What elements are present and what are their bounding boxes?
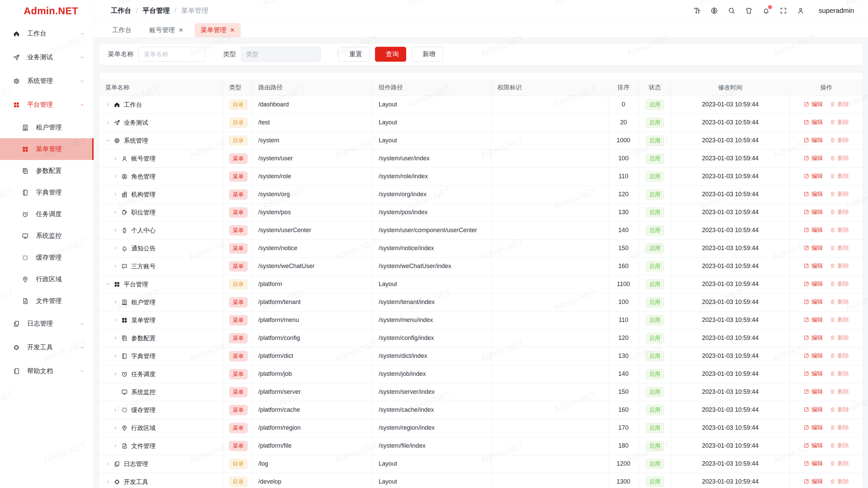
sidebar-item-business-test[interactable]: 业务测试 xyxy=(0,45,94,69)
sidebar-item-tenant-mgmt[interactable]: 租户管理 xyxy=(0,117,94,138)
edit-link[interactable]: 编辑 xyxy=(804,316,823,324)
search-button[interactable]: 查询 xyxy=(375,47,406,62)
expand-row-icon[interactable] xyxy=(105,479,111,484)
expand-row-icon[interactable] xyxy=(105,120,111,125)
sidebar-item-dev-tools[interactable]: 开发工具 xyxy=(0,336,94,359)
edit-link[interactable]: 编辑 xyxy=(804,298,823,306)
sidebar-item-menu-mgmt[interactable]: 菜单管理 xyxy=(0,138,94,160)
edit-link[interactable]: 编辑 xyxy=(804,460,823,467)
expand-row-icon[interactable] xyxy=(113,353,118,359)
sidebar-item-workbench[interactable]: 工作台 xyxy=(0,22,94,45)
type-select[interactable]: 类型 xyxy=(241,47,321,62)
edit-link[interactable]: 编辑 xyxy=(804,424,823,431)
sidebar-item-log-mgmt[interactable]: 日志管理 xyxy=(0,312,94,336)
delete-link[interactable]: 删除 xyxy=(830,226,849,234)
reset-button[interactable]: 重置 xyxy=(338,47,370,62)
close-tab-icon[interactable]: × xyxy=(179,26,183,34)
expand-row-icon[interactable] xyxy=(113,336,118,341)
delete-link[interactable]: 删除 xyxy=(830,316,849,324)
edit-link[interactable]: 编辑 xyxy=(804,388,823,395)
sidebar-item-system-monitor[interactable]: 系统监控 xyxy=(0,225,94,247)
collapse-row-icon[interactable] xyxy=(105,138,111,143)
expand-row-icon[interactable] xyxy=(113,443,118,448)
delete-link[interactable]: 删除 xyxy=(830,100,849,108)
sidebar-item-region-mgmt[interactable]: 行政区域 xyxy=(0,268,94,290)
edit-link[interactable]: 编辑 xyxy=(804,262,823,270)
expand-row-icon[interactable] xyxy=(113,246,118,251)
delete-link[interactable]: 删除 xyxy=(830,352,849,360)
edit-link[interactable]: 编辑 xyxy=(804,136,823,144)
delete-link[interactable]: 删除 xyxy=(830,118,849,126)
expand-row-icon[interactable] xyxy=(113,264,118,269)
edit-link[interactable]: 编辑 xyxy=(804,406,823,413)
language-button[interactable] xyxy=(710,7,718,15)
expand-row-icon[interactable] xyxy=(113,318,118,323)
tab-account-mgmt[interactable]: 账号管理× xyxy=(143,23,189,37)
expand-row-icon[interactable] xyxy=(113,174,118,179)
expand-row-icon[interactable] xyxy=(113,228,118,233)
delete-link[interactable]: 删除 xyxy=(830,280,849,288)
edit-link[interactable]: 编辑 xyxy=(804,370,823,378)
delete-link[interactable]: 删除 xyxy=(830,136,849,144)
edit-link[interactable]: 编辑 xyxy=(804,154,823,162)
expand-row-icon[interactable] xyxy=(113,192,118,197)
sidebar-item-cache-mgmt[interactable]: 缓存管理 xyxy=(0,247,94,268)
sidebar-item-help-docs[interactable]: 帮助文档 xyxy=(0,359,94,383)
font-size-button[interactable] xyxy=(693,7,701,15)
expand-row-icon[interactable] xyxy=(105,461,111,466)
expand-row-icon[interactable] xyxy=(113,156,118,161)
edit-link[interactable]: 编辑 xyxy=(804,280,823,288)
expand-row-icon[interactable] xyxy=(113,425,118,430)
search-button[interactable] xyxy=(728,7,735,15)
sidebar-item-platform-mgmt[interactable]: 平台管理 xyxy=(0,93,94,117)
delete-link[interactable]: 删除 xyxy=(830,388,849,395)
expand-row-icon[interactable] xyxy=(105,102,111,107)
sidebar-item-dict-mgmt[interactable]: 字典管理 xyxy=(0,182,94,203)
delete-link[interactable]: 删除 xyxy=(830,208,849,216)
breadcrumb-item[interactable]: 平台管理 xyxy=(143,6,170,15)
notification-button[interactable] xyxy=(762,7,770,15)
delete-link[interactable]: 删除 xyxy=(830,424,849,431)
app-logo[interactable]: Admin.NET xyxy=(0,0,94,22)
edit-link[interactable]: 编辑 xyxy=(804,244,823,252)
tab-menu-mgmt[interactable]: 菜单管理× xyxy=(195,23,241,37)
delete-link[interactable]: 删除 xyxy=(830,477,849,485)
edit-link[interactable]: 编辑 xyxy=(804,334,823,342)
edit-link[interactable]: 编辑 xyxy=(804,442,823,449)
expand-row-icon[interactable] xyxy=(113,407,118,412)
edit-link[interactable]: 编辑 xyxy=(804,352,823,360)
delete-link[interactable]: 删除 xyxy=(830,244,849,252)
delete-link[interactable]: 删除 xyxy=(830,262,849,270)
sidebar-item-param-config[interactable]: 参数配置 xyxy=(0,160,94,182)
fullscreen-button[interactable] xyxy=(780,7,787,15)
sidebar-item-job-schedule[interactable]: 任务调度 xyxy=(0,203,94,225)
menu-name-input[interactable] xyxy=(138,47,205,62)
expand-row-icon[interactable] xyxy=(113,210,118,215)
delete-link[interactable]: 删除 xyxy=(830,154,849,162)
edit-link[interactable]: 编辑 xyxy=(804,190,823,198)
profile-button[interactable] xyxy=(797,7,805,15)
edit-link[interactable]: 编辑 xyxy=(804,226,823,234)
delete-link[interactable]: 删除 xyxy=(830,172,849,180)
breadcrumb-item[interactable]: 工作台 xyxy=(111,6,131,15)
edit-link[interactable]: 编辑 xyxy=(804,172,823,180)
close-tab-icon[interactable]: × xyxy=(230,26,235,34)
sidebar-item-file-mgmt[interactable]: 文件管理 xyxy=(0,290,94,312)
delete-link[interactable]: 删除 xyxy=(830,406,849,413)
edit-link[interactable]: 编辑 xyxy=(804,208,823,216)
delete-link[interactable]: 删除 xyxy=(830,442,849,449)
edit-link[interactable]: 编辑 xyxy=(804,477,823,485)
tab-workbench[interactable]: 工作台 xyxy=(106,23,138,37)
sidebar-item-system-mgmt[interactable]: 系统管理 xyxy=(0,69,94,93)
user-menu[interactable]: superadmin xyxy=(815,7,858,15)
delete-link[interactable]: 删除 xyxy=(830,298,849,306)
theme-button[interactable] xyxy=(745,7,753,15)
collapse-row-icon[interactable] xyxy=(105,282,111,287)
delete-link[interactable]: 删除 xyxy=(830,334,849,342)
edit-link[interactable]: 编辑 xyxy=(804,100,823,108)
delete-link[interactable]: 删除 xyxy=(830,190,849,198)
delete-link[interactable]: 删除 xyxy=(830,370,849,378)
expand-row-icon[interactable] xyxy=(113,371,118,377)
expand-row-icon[interactable] xyxy=(113,300,118,305)
delete-link[interactable]: 删除 xyxy=(830,460,849,467)
